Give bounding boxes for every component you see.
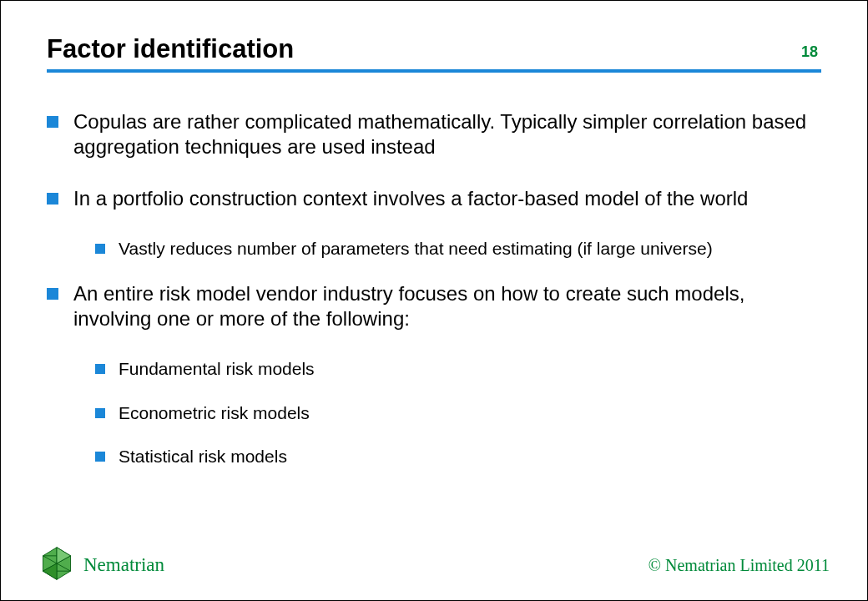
bullet-text: Vastly reduces number of parameters that…	[119, 238, 713, 260]
slide-title: Factor identification	[47, 34, 294, 64]
brand: Nematrian	[38, 545, 164, 585]
bullet-text: Copulas are rather complicated mathemati…	[73, 109, 821, 159]
square-bullet-icon	[47, 116, 58, 128]
square-bullet-icon	[95, 364, 105, 374]
bullet-level-1: In a portfolio construction context invo…	[47, 186, 821, 211]
copyright-text: © Nematrian Limited 2011	[648, 556, 830, 575]
bullet-level-1: An entire risk model vendor industry foc…	[47, 281, 821, 331]
nematrian-logo-icon	[38, 545, 75, 585]
bullet-level-2: Vastly reduces number of parameters that…	[95, 238, 821, 260]
square-bullet-icon	[95, 244, 105, 254]
bullet-level-2: Fundamental risk models	[95, 358, 821, 380]
slide-body: Copulas are rather complicated mathemati…	[47, 109, 821, 467]
square-bullet-icon	[95, 452, 105, 462]
slide: Factor identification 18 Copulas are rat…	[0, 0, 868, 601]
bullet-text: Fundamental risk models	[119, 358, 315, 380]
slide-footer: Nematrian © Nematrian Limited 2011	[38, 545, 830, 585]
square-bullet-icon	[47, 193, 58, 205]
bullet-text: Statistical risk models	[119, 446, 287, 467]
bullet-text: In a portfolio construction context invo…	[73, 186, 748, 211]
slide-header: Factor identification 18	[47, 34, 821, 73]
bullet-text: An entire risk model vendor industry foc…	[73, 281, 821, 331]
bullet-text: Econometric risk models	[119, 402, 310, 424]
bullet-level-2: Statistical risk models	[95, 446, 821, 467]
bullet-level-1: Copulas are rather complicated mathemati…	[47, 109, 821, 159]
page-number: 18	[801, 43, 821, 64]
brand-name: Nematrian	[83, 554, 164, 576]
square-bullet-icon	[95, 408, 105, 418]
bullet-level-2: Econometric risk models	[95, 402, 821, 424]
square-bullet-icon	[47, 288, 58, 300]
